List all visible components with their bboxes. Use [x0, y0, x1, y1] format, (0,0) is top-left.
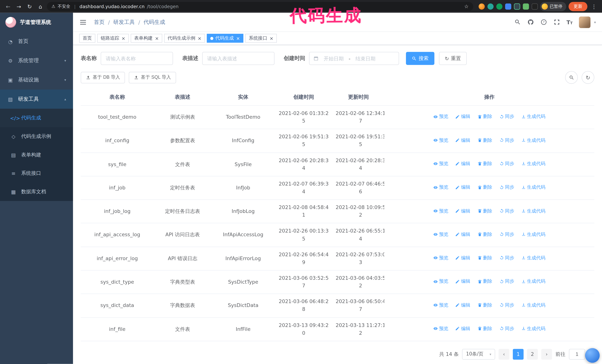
extension-icon[interactable] — [496, 3, 502, 10]
preview-link[interactable]: 预览 — [433, 231, 448, 238]
preview-link[interactable]: 预览 — [433, 254, 448, 262]
help-icon[interactable]: ? — [540, 19, 547, 25]
close-tab-icon[interactable]: × — [155, 36, 159, 41]
edit-link[interactable]: 编辑 — [455, 113, 470, 120]
next-page-button[interactable]: › — [541, 349, 552, 360]
close-tab-icon[interactable]: × — [236, 36, 240, 41]
delete-link[interactable]: 删除 — [477, 325, 492, 332]
browser-home-icon[interactable]: ⌂ — [36, 2, 45, 10]
edit-link[interactable]: 编辑 — [455, 325, 470, 332]
edit-link[interactable]: 编辑 — [455, 278, 470, 285]
import-sql-button[interactable]: 基于 SQL 导入 — [129, 72, 176, 83]
generate-code-link[interactable]: 生成代码 — [521, 207, 546, 215]
preview-link[interactable]: 预览 — [433, 302, 448, 309]
edit-link[interactable]: 编辑 — [455, 184, 470, 191]
sync-link[interactable]: 同步 — [499, 278, 514, 285]
browser-menu-icon[interactable]: ⋮ — [590, 2, 598, 10]
browser-profile-chip[interactable]: 已暂停 — [540, 2, 566, 11]
sync-link[interactable]: 同步 — [499, 137, 514, 144]
sidebar-item-system-api[interactable]: ≡ 系统接口 — [0, 164, 73, 183]
tab-system-api[interactable]: 系统接口 × — [246, 34, 277, 43]
edit-link[interactable]: 编辑 — [455, 302, 470, 309]
sidebar-item-dev-tools[interactable]: ▧ 研发工具 ▴ — [0, 90, 73, 109]
generate-code-link[interactable]: 生成代码 — [521, 302, 546, 309]
preview-link[interactable]: 预览 — [433, 278, 448, 285]
edit-link[interactable]: 编辑 — [455, 254, 470, 262]
sidebar-item-codegen-example[interactable]: ◇ 代码生成示例 — [0, 127, 73, 146]
sidebar-item-home[interactable]: ◔ 首页 — [0, 32, 73, 51]
sync-link[interactable]: 同步 — [499, 231, 514, 238]
date-start-input[interactable] — [320, 56, 347, 61]
preview-link[interactable]: 预览 — [433, 137, 448, 144]
delete-link[interactable]: 删除 — [477, 137, 492, 144]
extension-icon[interactable] — [532, 3, 538, 10]
date-range-picker[interactable]: - — [309, 52, 399, 65]
delete-link[interactable]: 删除 — [477, 113, 492, 120]
table-desc-input[interactable] — [202, 52, 275, 65]
delete-link[interactable]: 删除 — [477, 231, 492, 238]
edit-link[interactable]: 编辑 — [455, 160, 470, 167]
edit-link[interactable]: 编辑 — [455, 231, 470, 238]
sidebar-item-codegen[interactable]: </> 代码生成 — [0, 109, 73, 127]
preview-link[interactable]: 预览 — [433, 113, 448, 120]
generate-code-link[interactable]: 生成代码 — [521, 325, 546, 332]
tab-home[interactable]: 首页 — [79, 34, 95, 43]
date-end-input[interactable] — [352, 56, 379, 61]
user-avatar[interactable] — [579, 16, 591, 28]
browser-reload-icon[interactable]: ↻ — [25, 2, 34, 10]
close-tab-icon[interactable]: × — [121, 36, 125, 41]
delete-link[interactable]: 删除 — [477, 160, 492, 167]
generate-code-link[interactable]: 生成代码 — [521, 184, 546, 191]
page-button-2[interactable]: 2 — [527, 349, 538, 360]
font-size-icon[interactable]: TT — [567, 20, 573, 25]
sync-link[interactable]: 同步 — [499, 325, 514, 332]
github-icon[interactable] — [527, 19, 534, 25]
extension-icon[interactable] — [479, 3, 485, 10]
sidebar-item-db-doc[interactable]: ▦ 数据库文档 — [0, 183, 73, 201]
edit-link[interactable]: 编辑 — [455, 207, 470, 215]
search-button[interactable]: 搜索 — [406, 52, 435, 65]
sync-link[interactable]: 同步 — [499, 254, 514, 262]
breadcrumb-home[interactable]: 首页 — [94, 19, 105, 26]
search-icon[interactable] — [514, 19, 521, 25]
generate-code-link[interactable]: 生成代码 — [521, 254, 546, 262]
preview-link[interactable]: 预览 — [433, 325, 448, 332]
preview-link[interactable]: 预览 — [433, 160, 448, 167]
browser-back-icon[interactable]: ← — [4, 2, 12, 10]
tab-codegen[interactable]: 代码生成 × — [207, 34, 243, 43]
sync-link[interactable]: 同步 — [499, 302, 514, 309]
address-bar[interactable]: ⚠ 不安全 | dashboard.yudao.iocoder.cn/tool/… — [47, 2, 473, 11]
browser-forward-icon[interactable]: → — [15, 2, 23, 10]
prev-page-button[interactable]: ‹ — [499, 349, 509, 360]
bookmark-star-icon[interactable]: ☆ — [464, 3, 469, 9]
sidebar-item-system-mgmt[interactable]: ⚙ 系统管理 ▾ — [0, 51, 73, 70]
chevron-down-icon[interactable]: ▾ — [594, 20, 596, 24]
close-tab-icon[interactable]: × — [198, 36, 202, 41]
delete-link[interactable]: 删除 — [477, 184, 492, 191]
sync-link[interactable]: 同步 — [499, 160, 514, 167]
generate-code-link[interactable]: 生成代码 — [521, 278, 546, 285]
delete-link[interactable]: 删除 — [477, 302, 492, 309]
generate-code-link[interactable]: 生成代码 — [521, 137, 546, 144]
close-tab-icon[interactable]: × — [269, 36, 273, 41]
extension-icon[interactable] — [523, 3, 529, 10]
app-logo[interactable]: 芋道管理系统 — [0, 13, 73, 32]
edit-link[interactable]: 编辑 — [455, 137, 470, 144]
import-db-button[interactable]: 基于 DB 导入 — [81, 72, 125, 83]
generate-code-link[interactable]: 生成代码 — [521, 113, 546, 120]
preview-link[interactable]: 预览 — [433, 207, 448, 215]
hamburger-icon[interactable] — [79, 18, 87, 26]
reset-button[interactable]: ↻ 重置 — [439, 52, 467, 65]
preview-link[interactable]: 预览 — [433, 184, 448, 191]
sync-link[interactable]: 同步 — [499, 207, 514, 215]
page-size-select[interactable]: 10条/页 ▾ — [462, 349, 495, 360]
breadcrumb-dev-tools[interactable]: 研发工具 — [113, 19, 135, 26]
tab-form-builder[interactable]: 表单构建 × — [131, 34, 162, 43]
tab-codegen-example[interactable]: 代码生成示例 × — [164, 34, 205, 43]
browser-update-button[interactable]: 更新 — [569, 2, 587, 11]
extension-icon[interactable] — [514, 3, 520, 10]
sidebar-item-infrastructure[interactable]: ▣ 基础设施 ▾ — [0, 70, 73, 90]
table-name-input[interactable] — [101, 52, 173, 65]
generate-code-link[interactable]: 生成代码 — [521, 160, 546, 167]
sidebar-item-form-builder[interactable]: ▤ 表单构建 — [0, 146, 73, 164]
